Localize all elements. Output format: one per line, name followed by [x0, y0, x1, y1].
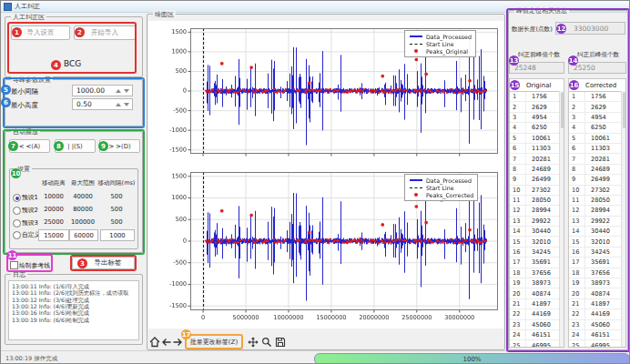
- corrected-table-scrollbar[interactable]: [621, 91, 625, 347]
- badge-16: 16: [569, 80, 579, 90]
- spinner-arrows[interactable]: [116, 89, 132, 93]
- dash-icon: [410, 44, 422, 45]
- row-number: 11: [569, 196, 585, 205]
- table-row[interactable]: 11756: [510, 92, 564, 102]
- table-row[interactable]: 2446151: [569, 330, 625, 340]
- table-row[interactable]: 1837656: [569, 268, 625, 278]
- preset-custom-input[interactable]: 1000: [100, 229, 135, 241]
- min-height-spinner[interactable]: 0.50: [72, 98, 133, 110]
- table-row[interactable]: 1430440: [510, 227, 564, 237]
- table-row[interactable]: 46250: [510, 123, 564, 133]
- table-row[interactable]: 2040874: [569, 288, 625, 298]
- row-number: 20: [569, 288, 585, 298]
- batch-edit-button[interactable]: 批量更改标签(Z): [187, 336, 241, 348]
- table-row[interactable]: 1634245: [569, 248, 625, 258]
- table-row[interactable]: 2345060: [510, 320, 564, 330]
- table-row[interactable]: 1938973: [569, 278, 625, 288]
- original-table-scrollbar[interactable]: [559, 91, 564, 347]
- table-row[interactable]: 611303: [569, 144, 625, 154]
- table-row[interactable]: 824689: [510, 165, 564, 175]
- table-row[interactable]: 11756: [569, 92, 625, 102]
- row-number: 13: [569, 217, 585, 226]
- table-row[interactable]: 2546995: [510, 340, 564, 348]
- home-icon[interactable]: [149, 337, 160, 348]
- table-row[interactable]: 1634245: [510, 248, 564, 258]
- save-icon[interactable]: [275, 337, 286, 348]
- table-row[interactable]: 611303: [510, 144, 564, 154]
- table-row[interactable]: 1128050: [510, 196, 564, 206]
- dot-icon: [414, 49, 418, 53]
- scroll-thumb[interactable]: [561, 92, 564, 128]
- preset-custom-input[interactable]: 15000: [38, 229, 69, 241]
- peak-value: 24689: [526, 166, 551, 173]
- table-row[interactable]: 2141897: [510, 299, 564, 309]
- forward-icon[interactable]: [172, 337, 183, 348]
- table-row[interactable]: 720281: [510, 154, 564, 164]
- zoom-icon[interactable]: [261, 337, 272, 348]
- original-peaks-table[interactable]: Original 1175622629349544625051006161130…: [509, 78, 564, 348]
- table-row[interactable]: 824689: [569, 165, 625, 175]
- spin-up-icon[interactable]: [116, 89, 121, 93]
- table-row[interactable]: 1329922: [569, 217, 625, 227]
- row-number: 9: [510, 175, 526, 184]
- table-row[interactable]: 1027302: [569, 186, 625, 196]
- table-row[interactable]: 1532010: [510, 237, 564, 247]
- table-row[interactable]: 1228994: [510, 206, 564, 216]
- badge-3: 3: [77, 258, 87, 268]
- spin-up-icon[interactable]: [116, 103, 121, 106]
- table-row[interactable]: 1329922: [510, 217, 564, 227]
- table-row[interactable]: 1837656: [510, 268, 564, 278]
- legend-label: Start Line: [426, 185, 454, 191]
- table-row[interactable]: 1532010: [569, 237, 625, 247]
- table-row[interactable]: 1128050: [569, 196, 625, 206]
- table-row[interactable]: 2141897: [569, 299, 625, 309]
- table-row[interactable]: 510061: [569, 134, 625, 144]
- table-row[interactable]: 926499: [510, 175, 564, 185]
- row-number: 25: [569, 340, 585, 348]
- table-row[interactable]: 720281: [569, 154, 625, 164]
- peak-value: 6250: [585, 124, 606, 131]
- table-row[interactable]: 1027302: [510, 186, 564, 196]
- table-row[interactable]: 926499: [569, 175, 625, 185]
- preset-radio[interactable]: [13, 219, 21, 228]
- table-row[interactable]: 510061: [510, 134, 564, 144]
- table-row[interactable]: 1938973: [510, 278, 564, 288]
- peak-value: 34245: [526, 248, 551, 256]
- spinner-arrows[interactable]: [116, 103, 132, 106]
- table-row[interactable]: 2546995: [569, 340, 625, 348]
- row-number: 3: [510, 113, 526, 122]
- table-row[interactable]: 2345060: [569, 320, 625, 330]
- table-row[interactable]: 22629: [569, 102, 625, 112]
- min-interval-spinner[interactable]: 1000.00: [72, 85, 133, 96]
- spin-down-icon[interactable]: [124, 89, 129, 93]
- table-row[interactable]: 46250: [569, 123, 625, 133]
- preset-radio[interactable]: [13, 207, 21, 215]
- min-height-value: 0.50: [76, 100, 92, 108]
- table-row[interactable]: 34954: [569, 113, 625, 123]
- chart-area: Data_ProcessedStart LinePeaks_Original D…: [148, 21, 503, 329]
- table-row[interactable]: 1430440: [569, 227, 625, 237]
- preset-radio[interactable]: [13, 231, 21, 239]
- spin-down-icon[interactable]: [124, 103, 129, 106]
- table-row[interactable]: 2244169: [569, 309, 625, 319]
- table-row[interactable]: 2244169: [510, 309, 564, 319]
- row-number: 24: [569, 330, 585, 339]
- scroll-thumb[interactable]: [623, 92, 626, 128]
- table-row[interactable]: 2040874: [510, 288, 564, 298]
- before-count-value: 25248: [514, 64, 536, 72]
- preset-custom-input[interactable]: 60000: [69, 229, 98, 241]
- row-number: 2: [510, 102, 526, 111]
- table-row[interactable]: 22629: [510, 102, 564, 112]
- preset-radio[interactable]: [13, 194, 21, 202]
- pan-icon[interactable]: [248, 337, 259, 348]
- table-row[interactable]: 1735691: [569, 258, 625, 268]
- back-icon[interactable]: [161, 337, 172, 348]
- table-row[interactable]: 1735691: [510, 258, 564, 268]
- table-row[interactable]: 1228994: [569, 206, 625, 216]
- checkbox-icon[interactable]: [10, 261, 18, 269]
- table-row[interactable]: 34954: [510, 113, 564, 123]
- log-area[interactable]: 13:00:11 Info: (1/6)导入完成13:00:11 Info: (…: [8, 280, 139, 340]
- corrected-peaks-table[interactable]: Corrected 117562262934954462505100616113…: [568, 78, 626, 348]
- legend-entry: Start Line: [409, 40, 472, 47]
- table-row[interactable]: 2446151: [510, 330, 564, 340]
